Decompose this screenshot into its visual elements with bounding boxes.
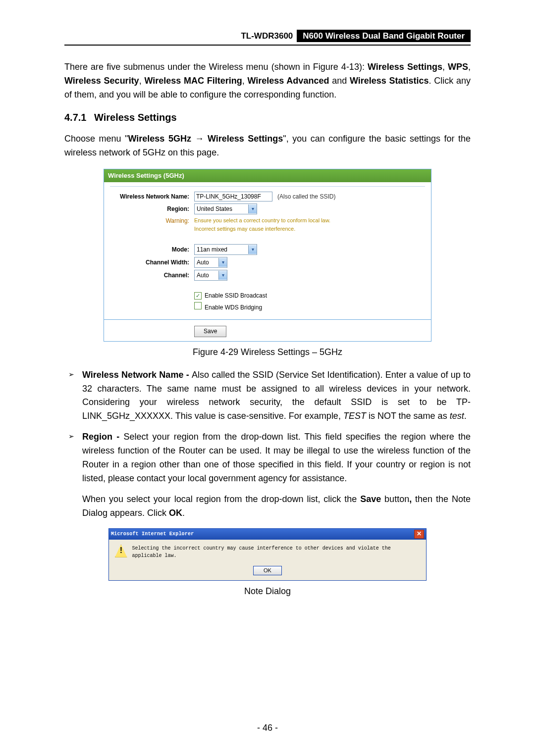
section-heading: 4.7.1Wireless Settings	[64, 110, 471, 125]
wds-bridging-label: Enable WDS Bridging	[205, 304, 262, 311]
channel-width-label: Channel Width:	[110, 258, 194, 267]
channel-label: Channel:	[110, 271, 194, 280]
note-dialog: Microsoft Internet Explorer ✕ ! Selectin…	[108, 528, 427, 581]
bullet-wireless-network-name: Wireless Network Name - Also called the …	[64, 368, 471, 424]
channel-width-select[interactable]: Auto ▾	[194, 257, 227, 268]
network-name-input[interactable]	[194, 192, 272, 202]
panel-title: Wireless Settings (5GHz)	[104, 169, 431, 182]
warning-icon: !	[115, 545, 127, 557]
ssid-broadcast-row: ✓Enable SSID Broadcast	[110, 291, 425, 301]
dialog-message: Selecting the incorrect country may caus…	[132, 545, 420, 560]
product-name: N600 Wireless Dual Band Gigabit Router	[297, 30, 471, 42]
mode-label: Mode:	[110, 245, 194, 254]
choose-menu-paragraph: Choose menu "Wireless 5GHz → Wireless Se…	[64, 132, 471, 160]
warning-text: Ensure you select a correct country to c…	[194, 216, 330, 233]
chevron-down-icon: ▾	[218, 271, 227, 280]
chevron-down-icon: ▾	[248, 204, 257, 213]
warning-label: Warning:	[110, 216, 194, 226]
chevron-down-icon: ▾	[218, 258, 227, 267]
chevron-down-icon: ▾	[248, 245, 257, 254]
save-button[interactable]: Save	[194, 326, 226, 337]
channel-select[interactable]: Auto ▾	[194, 270, 227, 281]
wds-bridging-checkbox[interactable]	[194, 302, 202, 309]
ok-button[interactable]: OK	[253, 566, 282, 575]
mode-select[interactable]: 11an mixed ▾	[194, 244, 257, 255]
section-number: 4.7.1	[64, 110, 94, 125]
region-save-paragraph: When you select your local region from t…	[64, 493, 471, 520]
ssid-aside: (Also called the SSID)	[277, 192, 335, 202]
wds-bridging-row: Enable WDS Bridging	[110, 302, 425, 312]
ssid-broadcast-label: Enable SSID Broadcast	[205, 292, 267, 299]
intro-paragraph: There are five submenus under the Wirele…	[64, 60, 471, 102]
figure-caption: Figure 4-29 Wireless Settings – 5GHz	[64, 346, 471, 359]
region-label: Region:	[110, 204, 194, 214]
wireless-settings-panel: Wireless Settings (5GHz) Wireless Networ…	[104, 169, 431, 342]
region-select[interactable]: United States ▾	[194, 203, 257, 214]
note-dialog-caption: Note Dialog	[64, 585, 471, 599]
network-name-label: Wireless Network Name:	[110, 192, 194, 202]
bullet-region: Region - Select your region from the dro…	[64, 430, 471, 486]
ssid-broadcast-checkbox[interactable]: ✓	[194, 292, 202, 300]
page-number: - 46 -	[0, 721, 535, 735]
page-header: TL-WDR3600N600 Wireless Dual Band Gigabi…	[64, 30, 471, 46]
dialog-title: Microsoft Internet Explorer	[111, 530, 194, 538]
section-title: Wireless Settings	[94, 112, 177, 123]
close-icon[interactable]: ✕	[414, 530, 424, 539]
model-code: TL-WDR3600	[239, 30, 297, 42]
